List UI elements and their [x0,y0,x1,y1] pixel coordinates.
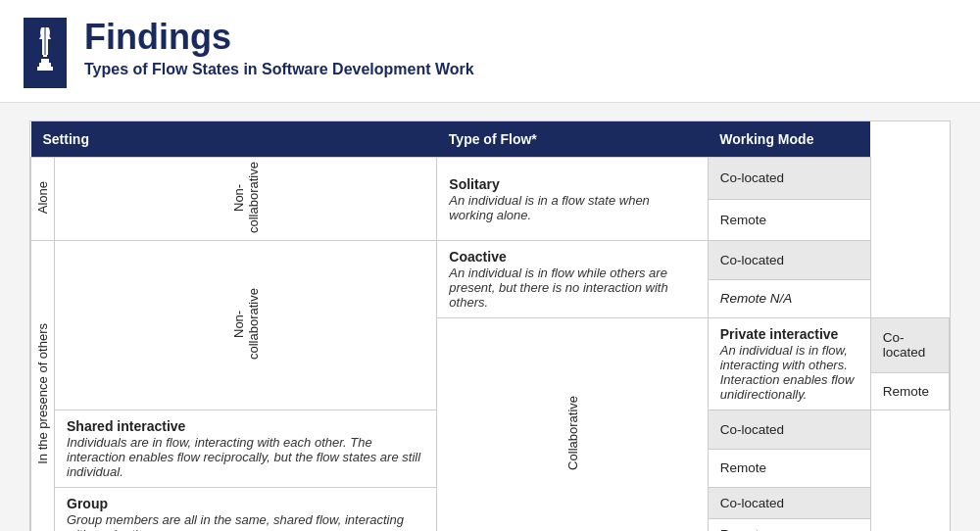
table-row: Alone Non-collaborative Solitary An indi… [31,158,950,200]
flow-desc-group: Group members are all in the same, share… [67,512,424,531]
flow-title-group: Group [67,496,424,511]
setting-alone: Alone [31,158,55,241]
mode-private-1: Co-located [870,318,949,373]
findings-table: Setting Type of Flow* Working Mode Alone… [30,121,950,531]
logo-box [24,18,67,88]
content-area: Setting Type of Flow* Working Mode Alone… [0,103,980,531]
col-header-setting: Setting [31,121,437,158]
mode-coactive-2: Remote N/A [708,279,870,318]
flow-private: Private interactive An individual is in … [708,318,870,410]
flow-coactive: Coactive An individual is in flow while … [437,241,708,318]
flow-solitary: Solitary An individual is in a flow stat… [437,158,708,241]
header: Findings Types of Flow States in Softwar… [0,0,980,103]
flow-desc-coactive: An individual is in flow while others ar… [449,266,695,310]
flow-group: Group Group members are all in the same,… [55,488,437,532]
subcat-collab: Collaborative [437,318,708,532]
mode-private-2: Remote [870,372,949,410]
header-text: Findings Types of Flow States in Softwar… [84,18,474,78]
subcat-non-collab-presence: Non-collaborative [55,241,437,410]
mode-solitary-2: Remote [708,199,870,241]
mode-solitary-1: Co-located [708,158,870,200]
flow-desc-solitary: An individual is in a flow state when wo… [449,193,695,222]
mode-group-2: Remote [708,519,870,532]
setting-presence: In the presence of others [31,241,55,532]
page-subtitle: Types of Flow States in Software Develop… [84,61,474,78]
flow-desc-private: An individual is in flow, interacting wi… [720,343,858,402]
svg-rect-2 [41,59,49,63]
flow-title-coactive: Coactive [449,249,695,265]
mode-shared-2: Remote [708,449,870,488]
col-header-flow: Type of Flow* [437,121,708,158]
col-header-mode: Working Mode [708,121,870,158]
logo-icon [33,27,57,78]
mode-coactive-1: Co-located [708,241,870,280]
svg-rect-4 [37,67,53,71]
flow-title-shared: Shared interactive [67,418,424,434]
page-title: Findings [84,18,474,57]
mode-group-1: Co-located [708,488,870,519]
main-table-wrap: Setting Type of Flow* Working Mode Alone… [29,121,951,531]
flow-title-solitary: Solitary [449,176,695,192]
flow-shared: Shared interactive Individuals are in fl… [55,410,437,488]
flow-title-private: Private interactive [720,326,858,342]
mode-shared-1: Co-located [708,410,870,450]
svg-rect-3 [39,63,51,67]
flow-desc-shared: Individuals are in flow, interacting wit… [67,435,424,479]
subcat-non-collab-alone: Non-collaborative [55,158,437,241]
table-row: In the presence of others Non-collaborat… [31,241,950,280]
